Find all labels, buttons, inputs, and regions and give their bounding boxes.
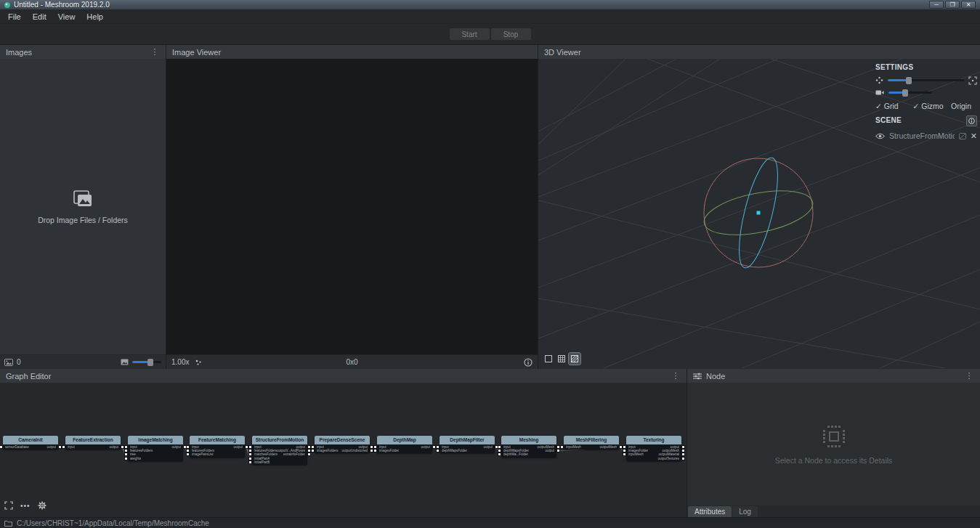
tab-log[interactable]: Log bbox=[732, 506, 758, 517]
output-port-dot[interactable] bbox=[682, 453, 684, 455]
output-port-dot[interactable] bbox=[495, 446, 498, 448]
input-port-dot[interactable] bbox=[187, 446, 189, 448]
thumbnail-size-slider[interactable] bbox=[132, 359, 161, 366]
output-port-dot[interactable] bbox=[121, 446, 123, 448]
graph-node-featurematching[interactable]: FeatureMatchinginputoutputfeaturesFolder… bbox=[190, 436, 245, 458]
camera-scale-slider[interactable] bbox=[888, 89, 932, 97]
input-port-dot[interactable] bbox=[249, 458, 251, 460]
graph-node-meshfiltering[interactable]: MeshFilteringinputMeshoutputMesh bbox=[564, 436, 619, 450]
input-port-dot[interactable] bbox=[249, 453, 251, 455]
graph-node-depthmapfilter[interactable]: DepthMapFilterinputoutputdepthMapsFolder bbox=[440, 436, 495, 453]
point-size-slider[interactable] bbox=[888, 77, 964, 84]
output-port-dot[interactable] bbox=[433, 446, 435, 448]
minimize-button[interactable]: ─ bbox=[929, 1, 944, 9]
output-port-dot[interactable] bbox=[682, 450, 684, 452]
graph-more-button[interactable]: ••• bbox=[20, 500, 31, 511]
graph-editor-canvas[interactable]: CameraInitsensorDatabaseoutputFeatureExt… bbox=[0, 383, 687, 517]
menu-edit[interactable]: Edit bbox=[28, 11, 52, 23]
graph-node-texturing[interactable]: TexturinginputoutputimagesFolderoutputMe… bbox=[626, 436, 681, 461]
input-port-dot[interactable] bbox=[312, 446, 314, 448]
input-port-dot[interactable] bbox=[125, 458, 127, 460]
graph-node-title[interactable]: FeatureExtraction bbox=[65, 436, 121, 444]
output-port-dot[interactable] bbox=[370, 446, 373, 448]
output-port-dot[interactable] bbox=[246, 446, 248, 448]
input-port-dot[interactable] bbox=[125, 450, 127, 452]
graph-node-title[interactable]: MeshFiltering bbox=[564, 436, 619, 444]
render-mode-textured-button[interactable] bbox=[569, 353, 580, 365]
input-port-dot[interactable] bbox=[498, 453, 501, 455]
image-info-button[interactable] bbox=[524, 358, 532, 367]
input-port-dot[interactable] bbox=[62, 446, 65, 448]
input-port-dot[interactable] bbox=[623, 450, 625, 452]
images-drop-zone[interactable]: Drop Image Files / Folders bbox=[0, 59, 166, 354]
output-port-dot[interactable] bbox=[682, 458, 684, 460]
graph-node-title[interactable]: DepthMap bbox=[377, 436, 432, 444]
graph-editor-menu-button[interactable]: ⋮ bbox=[671, 371, 681, 381]
graph-settings-button[interactable] bbox=[38, 500, 46, 511]
graph-node-structurefrommotion[interactable]: StructureFromMotioninputoutputfeaturesFo… bbox=[252, 436, 307, 465]
graph-node-title[interactable]: Meshing bbox=[501, 436, 556, 444]
graph-node-preparedensescene[interactable]: PrepareDenseSceneinputoutputimagesFolder… bbox=[315, 436, 370, 453]
fit-locator-icon[interactable] bbox=[968, 76, 977, 85]
input-port-dot[interactable] bbox=[249, 461, 251, 463]
graph-node-title[interactable]: CameraInit bbox=[3, 436, 58, 444]
input-port-dot[interactable] bbox=[623, 453, 625, 455]
output-port-dot[interactable] bbox=[370, 450, 373, 452]
fit-graph-button[interactable] bbox=[4, 500, 13, 511]
scene-info-button[interactable] bbox=[966, 115, 977, 126]
graph-node-title[interactable]: Texturing bbox=[626, 436, 681, 444]
node-panel-menu-button[interactable]: ⋮ bbox=[964, 371, 974, 381]
input-port-dot[interactable] bbox=[437, 446, 439, 448]
input-port-dot[interactable] bbox=[623, 446, 625, 448]
scene-item-remove-button[interactable]: ✕ bbox=[971, 133, 977, 139]
grid-checkbox[interactable]: ✓ Grid bbox=[875, 102, 899, 110]
graph-node-depthmap[interactable]: DepthMapinputoutputimagesFolder bbox=[377, 436, 432, 453]
input-port-dot[interactable] bbox=[249, 450, 251, 452]
input-port-dot[interactable] bbox=[312, 450, 314, 452]
input-port-dot[interactable] bbox=[498, 446, 501, 448]
gizmo-checkbox[interactable]: ✓ Gizmo bbox=[913, 102, 944, 110]
output-port-dot[interactable] bbox=[557, 450, 559, 452]
output-port-dot[interactable] bbox=[308, 453, 310, 455]
input-port-dot[interactable] bbox=[498, 450, 501, 452]
output-port-dot[interactable] bbox=[59, 446, 61, 448]
graph-node-imagematching[interactable]: ImageMatchinginputoutputfeaturesFolderst… bbox=[128, 436, 183, 461]
input-port-dot[interactable] bbox=[187, 453, 189, 455]
input-port-dot[interactable] bbox=[249, 446, 251, 448]
input-port-dot[interactable] bbox=[125, 453, 127, 455]
menu-file[interactable]: File bbox=[3, 11, 26, 23]
output-port-dot[interactable] bbox=[620, 446, 622, 448]
input-port-dot[interactable] bbox=[0, 446, 2, 448]
graph-node-title[interactable]: DepthMapFilter bbox=[440, 436, 495, 444]
graph-node-featureextraction[interactable]: FeatureExtractioninputoutput bbox=[65, 436, 121, 450]
graph-node-title[interactable]: ImageMatching bbox=[128, 436, 183, 444]
viewer3d-canvas[interactable]: SETTINGS bbox=[538, 59, 980, 369]
close-button[interactable]: ✕ bbox=[961, 1, 976, 9]
graph-node-title[interactable]: FeatureMatching bbox=[190, 436, 245, 444]
output-port-dot[interactable] bbox=[184, 446, 186, 448]
input-port-dot[interactable] bbox=[125, 446, 127, 448]
eye-icon[interactable] bbox=[875, 133, 885, 139]
output-port-dot[interactable] bbox=[557, 446, 559, 448]
input-port-dot[interactable] bbox=[187, 450, 189, 452]
output-port-dot[interactable] bbox=[682, 446, 684, 448]
stop-button[interactable]: Stop bbox=[491, 28, 531, 40]
menu-view[interactable]: View bbox=[53, 11, 81, 23]
input-port-dot[interactable] bbox=[561, 446, 563, 448]
menu-help[interactable]: Help bbox=[81, 11, 108, 23]
input-port-dot[interactable] bbox=[437, 450, 439, 452]
render-mode-solid-button[interactable] bbox=[543, 353, 554, 365]
maximize-button[interactable]: ❐ bbox=[945, 1, 960, 9]
graph-node-title[interactable]: PrepareDenseScene bbox=[315, 436, 370, 444]
output-port-dot[interactable] bbox=[308, 450, 310, 452]
origin-toggle[interactable]: Origin bbox=[951, 102, 971, 110]
images-menu-button[interactable]: ⋮ bbox=[150, 47, 160, 57]
render-mode-wireframe-button[interactable] bbox=[556, 353, 567, 365]
input-port-dot[interactable] bbox=[374, 446, 376, 448]
tab-attributes[interactable]: Attributes bbox=[688, 506, 732, 517]
output-port-dot[interactable] bbox=[308, 446, 310, 448]
graph-node-meshing[interactable]: MeshinginputoutputMeshdepthMapsFolderout… bbox=[501, 436, 556, 458]
input-port-dot[interactable] bbox=[374, 450, 376, 452]
graph-node-title[interactable]: StructureFromMotion bbox=[252, 436, 307, 444]
image-viewer-canvas[interactable] bbox=[166, 59, 538, 354]
